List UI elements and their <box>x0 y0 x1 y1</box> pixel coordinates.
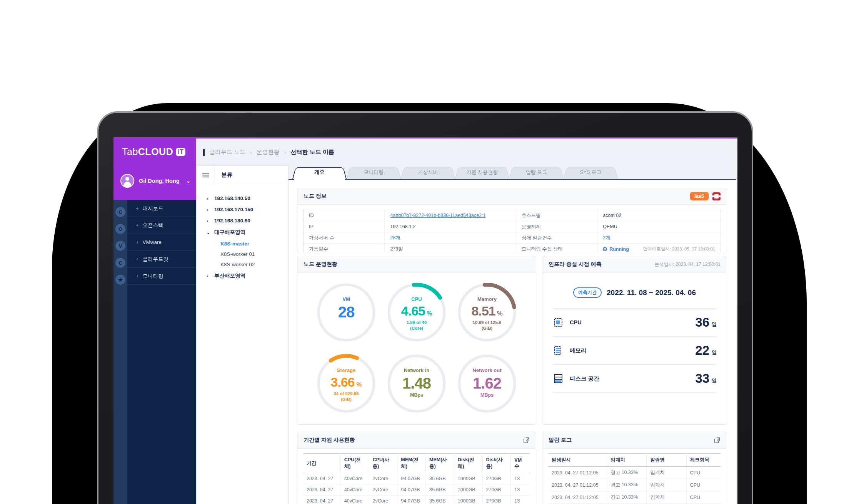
tab-alarm-log[interactable]: 알람 로그 <box>509 165 564 179</box>
plus-icon: + <box>136 273 139 279</box>
breadcrumb-item[interactable]: 운영현황 <box>257 149 280 156</box>
table-row: 2023. 04. 2740vCore2vCore94.07GB35.6GB10… <box>303 496 530 504</box>
tree-node[interactable]: ›192.168.140.50 <box>197 193 288 204</box>
table-cell: 270GB <box>482 496 511 504</box>
breadcrumb-item[interactable]: 클라우드 노드 <box>209 149 245 156</box>
external-link-icon[interactable] <box>714 437 721 444</box>
table-cell: 40vCore <box>340 484 369 496</box>
period-range: 2022. 11. 08 ~ 2025. 04. 06 <box>607 289 696 297</box>
openstack-icon <box>712 192 721 200</box>
plus-icon: + <box>136 222 139 228</box>
tree-node[interactable]: ›192.168.180.80 <box>197 215 288 226</box>
alarm-table: 발생일시임계치알람명체크항목 2023. 04. 27 01:12:05경고 1… <box>548 453 721 504</box>
analysis-timestamp: 분석일시: 2023. 04. 17 12:00:01 <box>655 261 721 268</box>
tree-node[interactable]: ›192.168.170.150 <box>197 204 288 215</box>
table-cell: 270GB <box>482 484 511 496</box>
node-id-link[interactable]: 4abb07b7-8272-401b-b336-11aed543ace2:1 <box>390 213 485 218</box>
chevron-down-icon[interactable]: ⌄ <box>186 178 190 184</box>
table-cell: 40vCore <box>340 473 369 484</box>
table-cell: 35.6GB <box>426 496 454 504</box>
cpu-chip-icon <box>552 317 564 328</box>
gauge-vm: VM 28 <box>315 280 377 351</box>
node-info-card: 노드 정보 IaaS ID 4abb07b7-8272-401b-b336-11… <box>297 188 727 253</box>
caret-right-icon: › <box>207 274 210 278</box>
table-cell: 경고 10.33% <box>607 479 647 491</box>
status-running: Running <box>603 247 629 252</box>
tree-panel: 분류 ›192.168.140.50 ›192.168.170.150 ›192… <box>196 165 289 504</box>
field-value: acom 02 <box>597 210 721 221</box>
tree-leaf-selected[interactable]: K8S-master <box>197 239 288 249</box>
gauge-memory: Memory 8.51 % 10.69 of 125.6 (GiB) <box>456 280 518 351</box>
tree-title: 분류 <box>215 166 232 184</box>
tree-leaf[interactable]: K8S-worker 01 <box>197 249 288 259</box>
tab-overview[interactable]: 개요 <box>292 165 347 179</box>
column-header: CPU(전체) <box>340 454 369 473</box>
table-cell: 35.6GB <box>426 484 454 496</box>
tab-virtual-server[interactable]: 가상서버 <box>401 165 455 179</box>
sidebar-rail: C O V C ★ <box>113 200 127 504</box>
field-value: 4abb07b7-8272-401b-b336-11aed543ace2:1 <box>385 210 516 221</box>
column-header: Disk(전체) <box>454 454 482 473</box>
rail-icon-openstack[interactable]: O <box>115 224 125 234</box>
column-header: 기간 <box>303 454 340 473</box>
prediction-rows: CPU 36일 메모리 22일 디스크 공간 33일 <box>552 308 717 393</box>
tree-node[interactable]: ›부산배포영역 <box>197 270 288 282</box>
sidebar-item-openstack[interactable]: +오픈스택 <box>127 217 196 234</box>
field-value: 2개 <box>597 232 721 244</box>
rail-icon-star[interactable]: ★ <box>115 275 125 285</box>
node-operation-card: 노드 운영현황 VM 28 CPU 4.65 % <box>297 256 536 425</box>
column-header: Disk(사용) <box>482 454 511 473</box>
column-header: MEM(사용) <box>426 454 454 473</box>
rail-icon-vmware[interactable]: V <box>115 241 125 251</box>
tab-sys-log[interactable]: SYS 로그 <box>564 165 618 179</box>
hamburger-icon[interactable] <box>197 166 215 184</box>
column-header: 알람명 <box>647 454 686 467</box>
table-cell: 임계치 <box>647 467 686 479</box>
alarm-count-link[interactable]: 2개 <box>603 235 610 241</box>
table-cell: 2023. 04. 27 01:12:05 <box>548 467 607 479</box>
tab-monitoring[interactable]: 모니터링 <box>347 165 401 179</box>
brand-block: TabCLOUD iT Gil Dong, Hong ⌄ <box>113 139 196 200</box>
rail-icon-cloud[interactable]: C <box>115 258 125 268</box>
tree-list: ›192.168.140.50 ›192.168.170.150 ›192.16… <box>197 184 288 282</box>
tree-leaf[interactable]: K8S-worker 02 <box>197 259 288 270</box>
caret-right-icon: › <box>207 219 210 223</box>
tab-bar: 개요 모니터링 가상서버 자원 사용현황 알람 로그 SYS 로그 <box>289 165 736 179</box>
gauges-title: 노드 운영현황 <box>304 261 337 268</box>
prediction-row-disk: 디스크 공간 33일 <box>552 365 717 393</box>
breadcrumb-current: 선택한 노드 이름 <box>291 149 334 156</box>
table-cell: 40vCore <box>340 496 369 504</box>
table-header-row: 발생일시임계치알람명체크항목 <box>548 454 721 467</box>
app-screen: TabCLOUD iT Gil Dong, Hong ⌄ C O V C ★ +… <box>113 137 737 504</box>
field-value: Running 업데이트일시: 2023. 05. 17 13:00:01 <box>597 244 721 253</box>
column-header: VM 수 <box>511 454 530 473</box>
app-logo[interactable]: TabCLOUD iT <box>122 146 185 157</box>
table-cell: 2023. 04. 27 01:12:05 <box>548 491 607 504</box>
table-cell: 94.07GB <box>397 473 426 484</box>
table-row: 2023. 04. 27 01:12:05경고 10.33%임계치CPU <box>548 467 721 479</box>
main-area: 개요 모니터링 가상서버 자원 사용현황 알람 로그 SYS 로그 노드 정보 … <box>289 165 736 504</box>
sidebar-item-monitoring[interactable]: +모니터링 <box>127 268 196 285</box>
table-row: 2023. 04. 2740vCore2vCore94.07GB35.6GB10… <box>303 473 530 484</box>
user-menu[interactable]: Gil Dong, Hong ⌄ <box>120 174 190 188</box>
field-label: 운영체제 <box>516 221 597 232</box>
period-pill: 예측기간 <box>573 287 602 298</box>
vm-count-link[interactable]: 28개 <box>390 235 400 241</box>
field-label: 호스트명 <box>516 210 597 221</box>
tab-resource-usage[interactable]: 자원 사용현황 <box>455 165 509 179</box>
table-cell: 임계치 <box>647 491 686 504</box>
table-cell: 1000GB <box>454 484 482 496</box>
sidebar-item-cloudit[interactable]: +클라우드잇 <box>127 251 196 268</box>
sidebar-item-dashboard[interactable]: +대시보드 <box>127 200 196 217</box>
chevron-right-icon: › <box>284 149 286 155</box>
sidebar-menu: +대시보드 +오픈스택 +VMware +클라우드잇 +모니터링 <box>127 200 196 504</box>
usage-title: 기간별 자원 사용현황 <box>304 437 355 444</box>
tree-node-expanded[interactable]: ⌄대구배포영역 <box>197 226 288 239</box>
avatar <box>120 174 134 188</box>
alarm-title: 알람 로그 <box>549 437 572 444</box>
rail-icon-cloudit[interactable]: C <box>115 207 125 217</box>
sidebar-item-vmware[interactable]: +VMware <box>127 234 196 251</box>
topbar: 클라우드 노드 › 운영현황 › 선택한 노드 이름 <box>196 139 737 165</box>
disk-icon <box>552 373 564 384</box>
external-link-icon[interactable] <box>523 437 530 444</box>
